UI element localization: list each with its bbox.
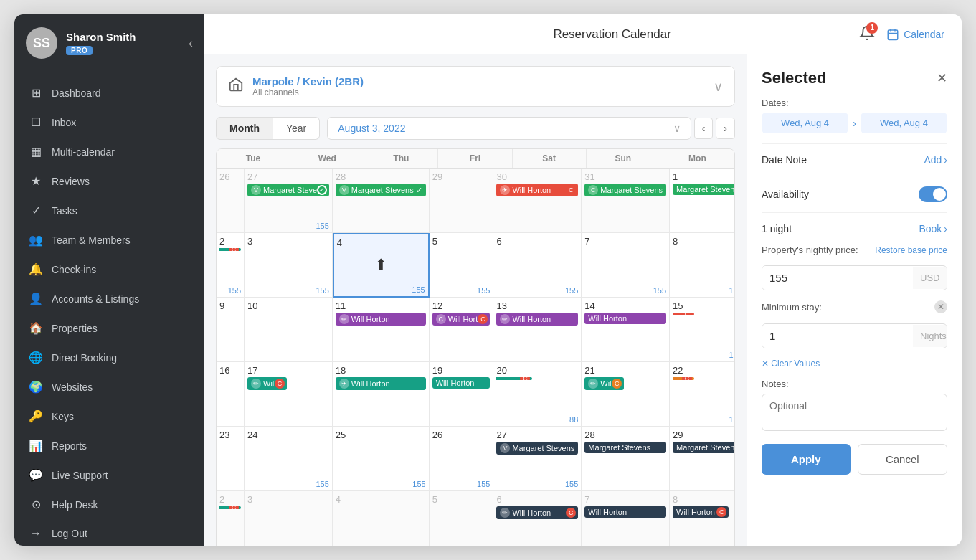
table-row[interactable]: 2 C 155 xyxy=(217,491,245,546)
price-label: Property's nightly price: xyxy=(762,245,858,255)
sidebar-item-label: Inbox xyxy=(52,117,76,128)
date-to-pill[interactable]: Wed, Aug 4 xyxy=(861,113,947,133)
minstay-input[interactable] xyxy=(762,324,913,348)
table-row[interactable]: 12 CWill HortonC xyxy=(430,298,494,362)
price-input[interactable] xyxy=(762,266,913,290)
table-row[interactable]: 3 155 xyxy=(245,233,333,298)
prev-month-button[interactable]: ‹ xyxy=(694,118,714,139)
sidebar-item-accounts-listings[interactable]: 👤 Accounts & Listings xyxy=(14,284,204,313)
table-row[interactable]: 5 155 xyxy=(430,491,494,546)
list-item: C xyxy=(673,377,694,380)
sidebar-item-live-support[interactable]: 💬 Live Support xyxy=(14,460,204,490)
table-row[interactable]: 9 xyxy=(217,298,245,362)
sidebar-collapse-button[interactable]: ‹ xyxy=(189,36,193,51)
table-row[interactable]: 11 ✏Will Horton xyxy=(333,298,430,362)
table-row[interactable]: 14 Will Horton xyxy=(582,298,670,362)
notification-button[interactable]: 1 xyxy=(859,25,875,44)
table-row[interactable]: 4 ⬆ 155 xyxy=(333,233,430,298)
table-row[interactable]: 29 xyxy=(430,169,494,233)
table-row[interactable]: 23 xyxy=(217,427,245,491)
sidebar-item-label: Check-ins xyxy=(52,264,96,275)
book-button[interactable]: Book › xyxy=(919,223,947,234)
table-row[interactable]: 4 155 xyxy=(333,491,430,546)
sidebar-item-direct-booking[interactable]: 🌐 Direct Booking xyxy=(14,343,204,372)
day-header-tue: Tue xyxy=(217,149,290,168)
table-row[interactable]: 22 C 155 xyxy=(670,362,735,427)
inbox-icon: ☐ xyxy=(29,115,43,129)
restore-base-price-button[interactable]: Restore base price xyxy=(875,245,947,255)
list-item: C xyxy=(219,248,241,251)
table-row[interactable]: 13 ✏Will Horton xyxy=(493,298,582,362)
table-row[interactable]: 6 155 xyxy=(493,233,582,298)
table-row[interactable]: 16 xyxy=(217,362,245,427)
sidebar-item-websites[interactable]: 🌍 Websites xyxy=(14,372,204,402)
table-row[interactable]: 26 155 xyxy=(430,427,494,491)
properties-icon: 🏠 xyxy=(29,321,43,335)
list-item: VMargaret Stevens✓ xyxy=(247,184,329,196)
minstay-clear-button[interactable]: ✕ xyxy=(934,300,947,313)
sidebar-item-inbox[interactable]: ☐ Inbox xyxy=(14,108,204,137)
table-row[interactable]: 28 VMargaret Stevens ✓ xyxy=(333,169,430,233)
sidebar-item-properties[interactable]: 🏠 Properties xyxy=(14,313,204,343)
table-row[interactable]: 2 C 155 xyxy=(217,233,245,298)
table-row[interactable]: 8 155 xyxy=(670,233,735,298)
table-row[interactable]: 5 155 xyxy=(430,233,494,298)
sidebar-item-tasks[interactable]: ✓ Tasks xyxy=(14,196,204,225)
table-row[interactable]: 27 VMargaret Stevens✓ 155 xyxy=(245,169,333,233)
table-row[interactable]: 3 155 xyxy=(245,491,333,546)
next-month-button[interactable]: › xyxy=(716,118,735,139)
table-row[interactable]: 7 Will Horton xyxy=(582,491,670,546)
table-row[interactable]: 15 C 155 xyxy=(670,298,735,362)
view-year-button[interactable]: Year xyxy=(273,117,320,140)
keys-icon: 🔑 xyxy=(29,409,43,423)
sidebar-item-help-desk[interactable]: ⊙ Help Desk xyxy=(14,490,204,519)
table-row[interactable]: 30 ✈Will HortonC xyxy=(493,169,582,233)
calendar-view-button[interactable]: Calendar xyxy=(886,28,944,41)
table-row[interactable]: 17 ✏WillC xyxy=(245,362,333,427)
table-row[interactable]: 20 C 88 xyxy=(493,362,582,427)
clear-values-button[interactable]: ✕ Clear Values xyxy=(762,359,947,369)
add-date-note-button[interactable]: Add › xyxy=(924,154,947,166)
reports-icon: 📊 xyxy=(29,439,43,452)
table-row[interactable]: 29 Margaret Stevens xyxy=(670,427,735,491)
price-input-row: USD xyxy=(762,265,947,290)
table-row[interactable]: 27 VMargaret Stevens 155 xyxy=(493,427,582,491)
table-row[interactable]: 8 Will HortonC 155 xyxy=(670,491,735,546)
cancel-button[interactable]: Cancel xyxy=(858,444,948,475)
view-month-button[interactable]: Month xyxy=(216,117,273,140)
sidebar-item-label: Team & Members xyxy=(52,234,131,246)
table-row[interactable]: 25 155 xyxy=(333,427,430,491)
list-item: C xyxy=(673,313,694,315)
sidebar-item-reviews[interactable]: ★ Reviews xyxy=(14,166,204,196)
apply-button[interactable]: Apply xyxy=(762,444,851,475)
sidebar-item-check-ins[interactable]: 🔔 Check-ins xyxy=(14,255,204,284)
table-row[interactable]: 18 ✈Will Horton xyxy=(333,362,430,427)
availability-toggle[interactable] xyxy=(919,186,947,202)
table-row[interactable]: 26 xyxy=(217,169,245,233)
sidebar-item-dashboard[interactable]: ⊞ Dashboard xyxy=(14,78,204,108)
property-sub: All channels xyxy=(252,87,705,98)
sidebar-item-reports[interactable]: 📊 Reports xyxy=(14,431,204,460)
sidebar-item-log-out[interactable]: → Log Out xyxy=(14,519,204,546)
table-row[interactable]: 19 Will Horton xyxy=(430,362,494,427)
sidebar-item-team-members[interactable]: 👥 Team & Members xyxy=(14,225,204,255)
table-row[interactable]: 28 Margaret Stevens xyxy=(582,427,670,491)
list-item: Will HortonC xyxy=(673,506,729,518)
close-button[interactable]: ✕ xyxy=(937,70,947,86)
property-selector[interactable]: Marpole / Kevin (2BR) All channels ∨ xyxy=(216,66,735,107)
panel-header: Selected ✕ xyxy=(762,69,947,87)
calendar-day-headers: Tue Wed Thu Fri Sat Sun Mon xyxy=(217,149,734,169)
table-row[interactable]: 6 ✏Will HortonC xyxy=(493,491,582,546)
table-row[interactable]: 7 155 xyxy=(582,233,670,298)
table-row[interactable]: 24 155 xyxy=(245,427,333,491)
table-row[interactable]: 21 ✏WillC xyxy=(582,362,670,427)
notes-input[interactable] xyxy=(762,394,947,431)
date-display[interactable]: August 3, 2022 ∨ xyxy=(327,117,691,140)
sidebar-item-multi-calendar[interactable]: ▦ Multi-calendar xyxy=(14,137,204,166)
sidebar-item-keys[interactable]: 🔑 Keys xyxy=(14,402,204,431)
table-row[interactable]: 31 CMargaret Stevens xyxy=(582,169,670,233)
table-row[interactable]: 10 xyxy=(245,298,333,362)
list-item: ✏WillC xyxy=(584,377,624,390)
table-row[interactable]: 1 Margaret Stevens xyxy=(670,169,735,233)
date-from-pill[interactable]: Wed, Aug 4 xyxy=(762,113,848,133)
